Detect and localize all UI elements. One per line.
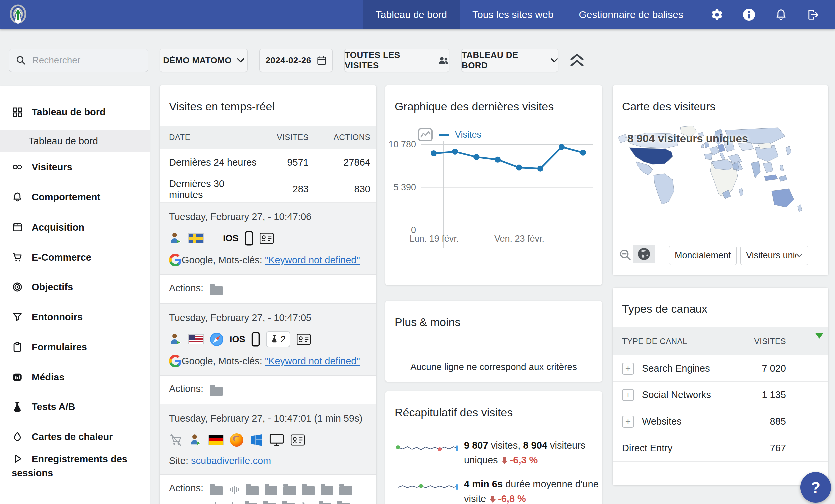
experiment-flask-badge[interactable]: 2 [266,331,291,347]
audio-wave-icon[interactable] [210,501,221,504]
site-selector-button[interactable]: DÉMO MATOMO [160,48,248,72]
sidebar-item-goals[interactable]: Objectifs [0,272,150,302]
tab-all-websites-label: Tous les sites web [472,9,553,20]
info-icon[interactable] [742,8,756,21]
tab-tag-manager[interactable]: Gestionnaire de balises [566,0,696,29]
logout-icon[interactable] [807,8,820,21]
expand-icon[interactable]: + [622,363,634,375]
cart-abandoned-icon[interactable] [301,501,313,504]
segment-selector-label: TOUTES LES VISITES [345,50,433,70]
table-row[interactable]: + Search Engines 7 020 [613,355,828,382]
sidebar-item-label: Médias [32,372,64,383]
visit-actions-row: Actions: [160,475,376,504]
help-button[interactable]: ? [800,472,831,503]
settings-gear-icon[interactable] [711,8,724,21]
top-navbar: Tableau de bord Tous les sites web Gesti… [0,0,835,29]
navbar-tabs: Tableau de bord Tous les sites web Gesti… [363,0,696,29]
folder-icon[interactable] [210,486,223,495]
column-actions[interactable]: ACTIONS [309,133,370,142]
column-date[interactable]: DATE [169,133,259,142]
folder-icon[interactable] [302,486,314,495]
sidebar-item-forms[interactable]: Formulaires [0,332,150,362]
actions-label: Actions: [169,383,203,395]
expand-icon[interactable]: + [622,416,634,428]
folder-icon[interactable] [282,503,294,504]
search-input[interactable] [31,55,142,66]
folder-icon[interactable] [339,486,352,495]
id-card-icon [290,434,305,446]
tab-dashboard[interactable]: Tableau de bord [363,0,460,29]
channel-visits: 767 [719,443,786,454]
sidebar-item-heatmaps[interactable]: Cartes de chaleur [0,422,150,452]
realtime-table-header: DATE VISITES ACTIONS [160,125,376,149]
mobile-icon [245,231,253,246]
avg-duration-value: 4 min 6s [464,479,503,489]
flask-icon [271,335,278,344]
folder-icon[interactable] [263,503,276,504]
column-visits[interactable]: VISITES [259,133,309,142]
sweden-flag [188,233,204,243]
row-label: Dernières 24 heures [169,157,259,168]
sidebar-item-media[interactable]: Médias [0,362,150,392]
globe-button[interactable] [633,245,655,263]
table-row[interactable]: + Websites 885 [613,408,828,435]
folder-icon[interactable] [210,387,223,396]
folder-icon[interactable] [337,503,350,504]
folder-icon[interactable] [210,286,223,295]
realtime-visits-widget: Visites en temps-réel DATE VISITES ACTIO… [160,85,376,504]
chevron-down-icon [796,253,803,258]
row-visits: 9571 [259,157,309,168]
segment-users-icon [438,55,449,65]
sidebar-item-acquisition[interactable]: Acquisition [0,213,150,242]
safari-icon [210,332,224,346]
notifications-bell-icon[interactable] [774,8,788,21]
visits-summary-widget: Récapitulatif des visites 9 807 visites,… [385,391,602,504]
sidebar-subitem-dashboard-selected[interactable]: Tableau de bord [0,130,150,153]
folder-icon[interactable] [265,486,277,495]
site-link[interactable]: scubadiverlife.com [191,456,271,466]
folder-icon[interactable] [245,503,257,504]
folder-icon[interactable] [319,503,331,504]
keyword-link[interactable]: "Keyword not defined" [265,356,360,366]
dashboard-selector-button[interactable]: TABLEAU DE BORD [462,48,558,72]
folder-icon[interactable] [246,486,259,495]
row-actions: 27864 [309,157,370,168]
folder-icon[interactable] [283,486,296,495]
sidebar-item-ab-tests[interactable]: Tests A/B [0,392,150,422]
sidebar-item-dashboard[interactable]: Tableau de bord [0,97,150,127]
expand-icon[interactable]: + [622,389,634,401]
x-axis-tick: Lun. 19 févr. [401,234,467,244]
channel-label: Social Networks [642,389,711,401]
legend-swatch [439,134,449,136]
column-visits[interactable]: VISITES [719,337,786,346]
map-metric-select[interactable]: Visiteurs uniqu [740,246,808,265]
sidebar-item-label: Comportement [32,192,100,203]
tab-all-websites[interactable]: Tous les sites web [460,0,566,29]
column-channel-type[interactable]: TYPE DE CANAL [622,337,719,346]
folder-icon[interactable] [321,486,333,495]
date-selector-button[interactable]: 2024-02-26 [259,48,332,72]
segment-selector-button[interactable]: TOUTES LES VISITES [344,48,449,72]
site-label: Site: [169,456,188,466]
sidebar: Tableau de bord Tableau de bord Visiteur… [0,86,150,504]
audio-wave-icon[interactable] [227,501,239,504]
sort-descending-icon[interactable] [815,332,824,339]
table-row[interactable]: Direct Entry 767 [613,435,828,462]
sidebar-item-visitors[interactable]: Visiteurs [0,152,150,182]
table-row[interactable]: + Social Networks 1 135 [613,382,828,408]
sidebar-item-session-recordings[interactable]: Enregistrements des sessions [0,452,150,480]
channel-visits: 1 135 [719,389,786,401]
map-region-select[interactable]: Mondialement [669,246,737,265]
sidebar-item-behaviour[interactable]: Comportement [0,182,150,212]
matomo-logo[interactable] [7,4,28,25]
audio-wave-icon[interactable] [229,484,240,495]
keyword-link[interactable]: "Keyword not defined" [265,255,360,266]
table-row: Dernières 24 heures 9571 27864 [160,149,376,176]
cart-abandoned-icon [169,433,183,447]
collapse-filters-icon[interactable] [569,52,585,68]
visitor-map-widget: Carte des visiteurs 8 904 visiteurs uniq… [613,85,828,275]
sidebar-item-ecommerce[interactable]: E-Commerce [0,242,150,272]
sidebar-item-funnels[interactable]: Entonnoirs [0,302,150,332]
zoom-out-icon[interactable] [618,248,632,262]
y-axis-tick: 10 780 [385,140,416,150]
